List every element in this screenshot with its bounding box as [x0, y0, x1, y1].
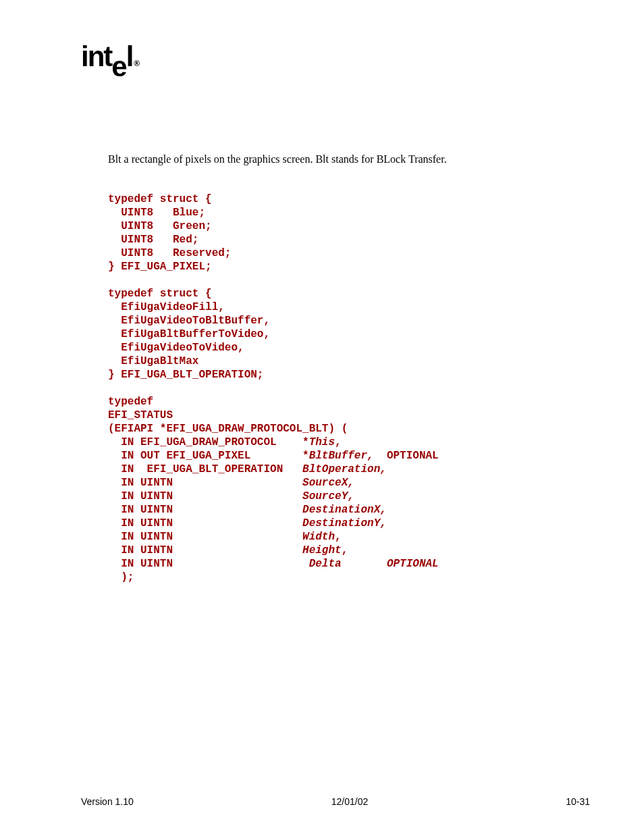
- bold-part: ,: [335, 436, 342, 448]
- code-line: IN UINTN Height,: [108, 544, 348, 556]
- italic-part: DestinationX,: [302, 504, 387, 516]
- bold-part: IN UINTN: [108, 490, 302, 502]
- page: intel® Blt a rectangle of pixels on the …: [0, 0, 644, 584]
- code-line: IN UINTN Width,: [108, 531, 342, 543]
- bold-part: IN UINTN: [108, 531, 302, 543]
- intel-logo: intel®: [81, 41, 590, 79]
- code-line: UINT8 Red;: [108, 234, 198, 246]
- bold-part: ,: [335, 531, 342, 543]
- italic-part: Delta OPTIONAL: [309, 558, 439, 570]
- italic-part: Height: [302, 544, 342, 556]
- code-line: } EFI_UGA_PIXEL;: [108, 261, 212, 273]
- italic-part: Width: [302, 531, 335, 543]
- code-line: EfiUgaVideoToVideo,: [108, 342, 244, 354]
- footer-version: Version 1.10: [81, 796, 134, 807]
- code-line: UINT8 Green;: [108, 220, 212, 232]
- footer-date: 12/01/02: [331, 796, 369, 807]
- prototype-block: typedef struct { UINT8 Blue; UINT8 Green…: [108, 192, 590, 584]
- code-line: UINT8 Reserved;: [108, 247, 231, 259]
- italic-part: BltBuffer,: [309, 450, 374, 462]
- bold-part: IN UINTN: [108, 544, 302, 556]
- code-line: (EFIAPI *EFI_UGA_DRAW_PROTOCOL_BLT) (: [108, 423, 348, 435]
- bold-part: ,: [342, 544, 348, 556]
- code-line: typedef struct {: [108, 193, 212, 205]
- code-line: } EFI_UGA_BLT_OPERATION;: [108, 369, 263, 381]
- code-line: IN OUT EFI_UGA_PIXEL *BltBuffer, OPTIONA…: [108, 450, 439, 462]
- footer-page: 10-31: [566, 796, 590, 807]
- code-line: EfiUgaBltMax: [108, 355, 198, 367]
- bold-part: IN EFI_UGA_BLT_OPERATION: [108, 463, 302, 475]
- bold-part: IN OUT EFI_UGA_PIXEL *: [108, 450, 309, 462]
- code-line: IN UINTN Delta OPTIONAL: [108, 558, 439, 570]
- bold-part: IN UINTN: [108, 558, 309, 570]
- italic-part: SourceX,: [302, 477, 354, 489]
- bold-part: IN UINTN: [108, 477, 302, 489]
- code-line: EFI_STATUS: [108, 409, 173, 421]
- code-line: IN UINTN SourceX,: [108, 477, 354, 489]
- code-line: UINT8 Blue;: [108, 207, 205, 219]
- summary-text: Blt a rectangle of pixels on the graphic…: [108, 153, 590, 165]
- bold-part: OPTIONAL: [374, 450, 439, 462]
- code-line: EfiUgaVideoFill,: [108, 301, 225, 313]
- bold-part: IN EFI_UGA_DRAW_PROTOCOL *: [108, 436, 309, 448]
- bold-part: IN UINTN: [108, 504, 302, 516]
- code-line: IN UINTN SourceY,: [108, 490, 354, 502]
- footer: Version 1.10 12/01/02 10-31: [0, 796, 644, 807]
- code-line: );: [108, 571, 134, 583]
- italic-part: BltOperation,: [302, 463, 387, 475]
- code-line: IN EFI_UGA_BLT_OPERATION BltOperation,: [108, 463, 387, 475]
- code-line: typedef: [108, 396, 153, 408]
- code-line: EfiUgaBltBufferToVideo,: [108, 328, 270, 340]
- code-line: IN UINTN DestinationY,: [108, 517, 387, 529]
- code-line: IN UINTN DestinationX,: [108, 504, 387, 516]
- code-line: IN EFI_UGA_DRAW_PROTOCOL *This,: [108, 436, 342, 448]
- italic-part: This: [309, 436, 335, 448]
- code-line: typedef struct {: [108, 288, 212, 300]
- italic-part: SourceY,: [302, 490, 354, 502]
- code-line: EfiUgaVideoToBltBuffer,: [108, 315, 270, 327]
- bold-part: IN UINTN: [108, 517, 302, 529]
- italic-part: DestinationY,: [302, 517, 387, 529]
